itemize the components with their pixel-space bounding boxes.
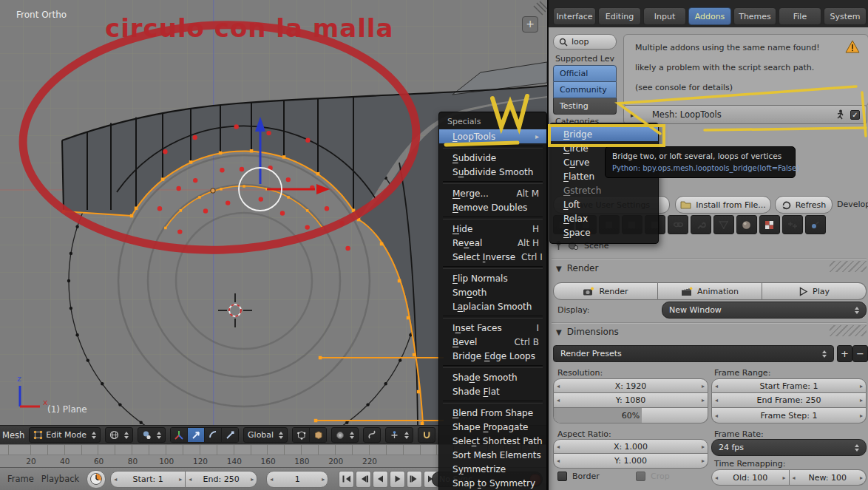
proportional-edit-icon[interactable] (363, 427, 381, 443)
menu-item-blend-from-shape[interactable]: Blend From Shape (439, 406, 546, 420)
modifiers-icon[interactable] (691, 215, 711, 234)
add-preset-button[interactable]: + (837, 345, 852, 362)
current-frame-field[interactable]: ◂1▸ (266, 471, 328, 488)
expand-properties-region-button[interactable]: + (522, 16, 538, 33)
frame-step-field[interactable]: ◂Frame Step: 1▸ (711, 408, 867, 423)
menu-item-select-inverse[interactable]: Select InverseCtrl I (439, 250, 546, 264)
render-panel-header[interactable]: ▼ Render (556, 263, 598, 273)
playback-menu[interactable]: Playback (41, 474, 79, 484)
remap-new-field[interactable]: ◂New: 100▸ (790, 469, 867, 486)
snap-selector[interactable] (385, 427, 413, 443)
tab-themes[interactable]: Themes (733, 7, 776, 25)
material-icon[interactable] (736, 215, 757, 234)
frame-rate-dropdown[interactable]: 24 fps (711, 439, 867, 456)
menu-item-looptools[interactable]: LoopTools▸ (439, 129, 546, 143)
end-frame-field[interactable]: ◂End Frame: 250▸ (711, 393, 867, 408)
rotate-manipulator-icon[interactable] (205, 428, 222, 442)
filter-testing[interactable]: Testing (553, 98, 617, 115)
addon-enable-checkbox[interactable]: ✓ (850, 110, 860, 120)
expand-triangle-icon[interactable]: ▶ (631, 111, 636, 118)
vertex-select-icon[interactable] (293, 428, 310, 442)
end-frame-field[interactable]: ◂End: 250▸ (186, 471, 257, 488)
panel-collapse-icon[interactable]: ▼ (556, 265, 562, 273)
remap-old-field[interactable]: ◂Old: 100▸ (711, 469, 790, 486)
menu-item-reveal[interactable]: RevealAlt H (439, 236, 546, 250)
tab-input[interactable]: Input (643, 7, 686, 25)
menu-item-select-shortest-path[interactable]: Select Shortest Path (439, 434, 546, 448)
menu-item-bevel[interactable]: BevelCtrl B (439, 335, 546, 349)
remove-preset-button[interactable]: − (852, 345, 868, 362)
viewport-shading-selector[interactable] (105, 427, 133, 443)
frame-menu[interactable]: Frame (7, 474, 34, 484)
aspect-x-field[interactable]: ◂X: 1.000▸ (553, 439, 708, 454)
scale-manipulator-icon[interactable] (222, 428, 238, 442)
menu-item-space[interactable]: Space (550, 225, 658, 239)
menu-item-symmetrize[interactable]: Symmetrize (439, 462, 546, 476)
menu-item-snap-to-symmetry[interactable]: Snap to Symmetry (439, 476, 546, 490)
resolution-percent-slider[interactable]: 60% (553, 408, 708, 423)
tab-editing[interactable]: Editing (598, 7, 641, 25)
dimensions-panel-header[interactable]: ▼ Dimensions (556, 327, 619, 337)
resolution-y-field[interactable]: ◂Y: 1080▸ (553, 393, 708, 408)
manipulator-axis-icon[interactable] (171, 428, 188, 442)
constraints-icon[interactable] (668, 215, 688, 234)
menu-item-flip-normals[interactable]: Flip Normals (439, 271, 546, 285)
border-checkbox[interactable]: ✓ (557, 472, 567, 481)
particles-icon[interactable] (782, 215, 803, 234)
resolution-x-field[interactable]: ◂X: 1920▸ (553, 378, 708, 393)
menu-item-bridge-edge-loops[interactable]: Bridge Edge Loops (439, 349, 546, 363)
play-button[interactable]: Play (762, 282, 867, 300)
menu-item-merge[interactable]: Merge...Alt M (439, 186, 546, 200)
start-frame-field[interactable]: ◂Start: 1▸ (110, 471, 186, 488)
play-button[interactable] (390, 471, 405, 488)
menu-item-shape-propagate[interactable]: Shape Propagate (439, 420, 546, 434)
magnet-snap-icon[interactable] (418, 427, 435, 443)
render-button[interactable]: Render (553, 282, 658, 300)
menu-item-sort-mesh-elements[interactable]: Sort Mesh Elements (439, 448, 546, 462)
crop-checkbox[interactable]: ✓ (636, 472, 645, 481)
tab-addons[interactable]: Addons (688, 7, 731, 25)
menu-item-subdivide-smooth[interactable]: Subdivide Smooth (439, 165, 546, 179)
limit-selection-selector[interactable] (331, 427, 359, 443)
texture-icon[interactable] (759, 215, 780, 234)
mesh-menu[interactable]: Mesh (2, 430, 24, 440)
tab-file[interactable]: File (779, 7, 821, 25)
addon-list-row[interactable]: ▶ Mesh: LoopTools ✓ (623, 105, 867, 124)
menu-item-hide[interactable]: HideH (439, 222, 546, 236)
animation-button[interactable]: Animation (658, 282, 762, 300)
tab-interface[interactable]: Interface (553, 7, 596, 25)
filter-community[interactable]: Community (553, 82, 617, 98)
mode-selector[interactable]: Edit Mode (29, 427, 101, 443)
tab-system[interactable]: System (824, 7, 867, 25)
menu-item-remove-doubles[interactable]: Remove Doubles (439, 200, 546, 214)
next-keyframe-button[interactable] (407, 471, 422, 488)
install-from-file-button[interactable]: Install from File... (675, 196, 771, 214)
transform-orientation-selector[interactable]: Global (243, 427, 288, 443)
menu-item-shade-smooth[interactable]: Shade Smooth (439, 370, 546, 384)
menu-item-shade-flat[interactable]: Shade Flat (439, 384, 546, 398)
menu-item-gstretch[interactable]: Gstretch (550, 183, 658, 197)
object-data-icon[interactable] (713, 215, 734, 234)
display-dropdown[interactable]: New Window (662, 302, 867, 319)
filter-official[interactable]: Official (553, 65, 617, 82)
physics-icon[interactable] (805, 215, 826, 234)
play-reverse-button[interactable] (373, 471, 388, 488)
jump-start-button[interactable] (339, 471, 354, 488)
translate-manipulator-icon[interactable] (188, 428, 205, 442)
menu-item-loft[interactable]: Loft (550, 197, 658, 211)
menu-item-bridge[interactable]: Bridge (550, 127, 658, 141)
menu-item-subdivide[interactable]: Subdivide (439, 151, 546, 165)
render-presets-dropdown[interactable]: Render Presets (553, 345, 834, 362)
prev-keyframe-button[interactable] (356, 471, 371, 488)
menu-item-inset-faces[interactable]: Inset FacesI (439, 321, 546, 335)
aspect-y-field[interactable]: ◂Y: 1.000▸ (553, 454, 708, 469)
menu-item-relax[interactable]: Relax (550, 211, 658, 225)
panel-drag-hatch[interactable] (830, 261, 867, 272)
panel-drag-hatch[interactable] (830, 325, 867, 336)
refresh-button[interactable]: Refresh (775, 196, 833, 214)
menu-item-smooth[interactable]: Smooth (439, 285, 546, 299)
menu-item-laplacian-smooth[interactable]: Laplacian Smooth (439, 299, 546, 313)
pivot-center-selector[interactable] (138, 427, 166, 443)
addon-search-field[interactable]: loop (553, 34, 617, 50)
time-settings-button[interactable] (87, 470, 106, 489)
